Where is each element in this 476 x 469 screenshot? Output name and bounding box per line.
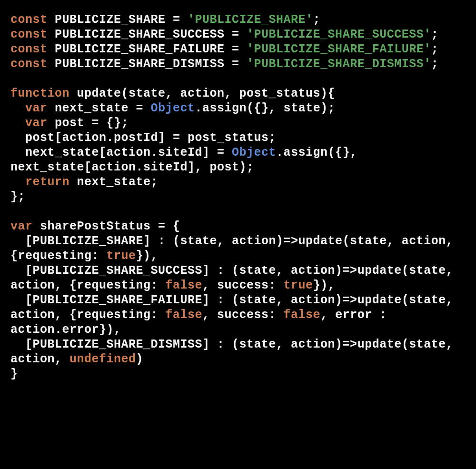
- code-token: sharePostStatus = {: [33, 220, 180, 233]
- code-token: Object: [151, 101, 195, 115]
- code-token: var: [25, 101, 48, 115]
- code-token: PUBLICIZE_SHARE_FAILURE =: [48, 42, 247, 56]
- code-token: [10, 116, 25, 130]
- code-token: return: [25, 175, 69, 189]
- code-token: 'PUBLICIZE_SHARE_SUCCESS': [247, 28, 431, 41]
- code-token: Object: [232, 146, 276, 160]
- code-token: }),: [313, 279, 336, 292]
- code-token: next_state;: [69, 175, 158, 189]
- code-token: PUBLICIZE_SHARE_DISMISS =: [48, 57, 247, 71]
- code-token: PUBLICIZE_SHARE =: [48, 13, 188, 27]
- code-token: ;: [431, 28, 439, 41]
- code-token: var: [25, 116, 48, 130]
- code-token: .assign({}, state);: [195, 101, 336, 115]
- code-token: [10, 101, 25, 115]
- code-token: const: [10, 13, 48, 27]
- code-token: 'PUBLICIZE_SHARE_DISMISS': [247, 57, 431, 71]
- code-token: 'PUBLICIZE_SHARE_FAILURE': [247, 42, 431, 56]
- code-token: [10, 175, 25, 189]
- code-block: const PUBLICIZE_SHARE = 'PUBLICIZE_SHARE…: [0, 0, 476, 394]
- code-token: true: [107, 249, 136, 263]
- code-token: ): [136, 352, 144, 366]
- code-token: , success:: [202, 279, 284, 292]
- code-token: };: [10, 190, 25, 204]
- code-token: undefined: [69, 352, 136, 366]
- code-token: ;: [431, 57, 439, 71]
- code-token: ;: [313, 13, 321, 27]
- code-token: PUBLICIZE_SHARE_SUCCESS =: [48, 28, 247, 41]
- code-token: [PUBLICIZE_SHARE] : (state, action)=>upd…: [10, 234, 461, 263]
- code-token: const: [10, 42, 48, 56]
- code-token: 'PUBLICIZE_SHARE': [188, 13, 313, 27]
- code-token: function: [10, 87, 69, 100]
- code-token: const: [10, 28, 48, 41]
- code-token: }),: [136, 249, 159, 263]
- code-token: false: [284, 308, 321, 322]
- code-token: var: [10, 220, 33, 233]
- code-token: , success:: [202, 308, 284, 322]
- code-token: next_state[action.siteId] =: [10, 146, 232, 160]
- code-token: false: [166, 308, 203, 322]
- code-token: true: [284, 279, 313, 292]
- code-token: post = {};: [48, 116, 129, 130]
- code-token: const: [10, 57, 48, 71]
- code-token: ;: [431, 42, 439, 56]
- code-token: }: [10, 367, 18, 381]
- code-token: post[action.postId] = post_status;: [10, 131, 276, 145]
- code-token: next_state =: [48, 101, 151, 115]
- code-token: update(state, action, post_status){: [69, 87, 335, 100]
- code-token: false: [166, 279, 203, 292]
